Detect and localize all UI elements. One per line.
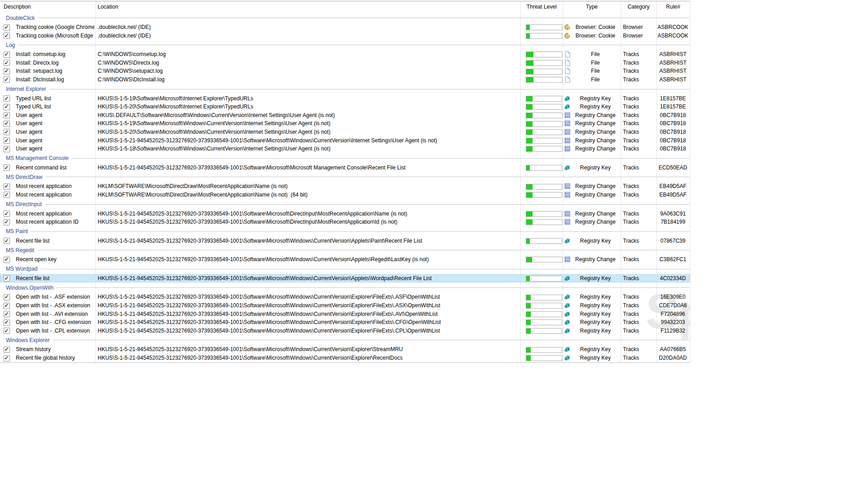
- threat-level-fill: [526, 356, 531, 361]
- column-header-category[interactable]: Category: [621, 1, 656, 13]
- row-checkbox[interactable]: [4, 137, 10, 144]
- table-row[interactable]: Open with list - .CPL extensionHKUS\S-1-…: [0, 327, 690, 335]
- table-row[interactable]: Install: comsetup.logC:\WINDOWS\comsetup…: [0, 50, 690, 59]
- row-rule: D20DA0AD: [656, 354, 689, 362]
- section-header-label: MS Paint: [6, 228, 28, 235]
- file-icon: [564, 51, 571, 57]
- row-checkbox[interactable]: [4, 303, 10, 309]
- row-checkbox[interactable]: [4, 319, 10, 326]
- row-checkbox[interactable]: [4, 183, 10, 190]
- row-category: Browser: [623, 32, 656, 40]
- row-description: User agent: [16, 145, 94, 153]
- table-row[interactable]: Open with list - .ASF extensionHKUS\S-1-…: [0, 293, 690, 301]
- table-row[interactable]: Recent file listHKUS\S-1-5-21-945452025-…: [0, 237, 690, 245]
- column-header-description[interactable]: Description: [4, 1, 31, 13]
- row-checkbox[interactable]: [4, 104, 10, 110]
- row-checkbox[interactable]: [4, 24, 10, 31]
- row-checkbox[interactable]: [4, 311, 10, 317]
- section-header-rule-line: [38, 18, 689, 18]
- row-checkbox[interactable]: [4, 347, 10, 353]
- table-row[interactable]: Tracking cookie (Google Chrome (112.0.5……: [0, 23, 690, 32]
- table-row[interactable]: Most recent applicationHKLM\SOFTWARE\Mic…: [0, 191, 690, 199]
- row-checkbox[interactable]: [4, 219, 10, 225]
- registry-change-icon: [564, 137, 571, 144]
- row-checkbox[interactable]: [4, 112, 10, 118]
- table-row[interactable]: Recent file listHKUS\S-1-5-21-945452025-…: [0, 274, 690, 283]
- section-header: MS Paint: [0, 226, 690, 237]
- row-checkbox[interactable]: [4, 33, 10, 39]
- table-row[interactable]: Most recent applicationHKLM\SOFTWARE\Mic…: [0, 182, 690, 191]
- row-location: HKUS\S-1-5-21-945452025-3123276920-37393…: [98, 237, 519, 245]
- column-header-rule[interactable]: Rule#: [656, 1, 690, 13]
- row-checkbox[interactable]: [4, 76, 10, 83]
- threat-level-bar: [526, 257, 562, 263]
- row-type: Registry Change: [571, 218, 620, 226]
- row-checkbox[interactable]: [4, 60, 10, 66]
- column-header-type[interactable]: Type: [563, 1, 621, 13]
- row-type: Registry Key: [571, 354, 620, 362]
- table-row[interactable]: User agentHKUS\S-1-5-21-945452025-312327…: [0, 136, 690, 145]
- table-row[interactable]: Recent command listHKUS\S-1-5-21-9454520…: [0, 164, 690, 172]
- row-checkbox[interactable]: [4, 257, 10, 263]
- row-checkbox[interactable]: [4, 52, 10, 58]
- threat-level-bar: [526, 33, 562, 39]
- table-row[interactable]: Most recent applicationHKUS\S-1-5-21-945…: [0, 210, 690, 218]
- table-row[interactable]: Tracking cookie (Microsoft Edge (112.0.1…: [0, 32, 690, 40]
- threat-level-fill: [526, 122, 533, 127]
- table-row[interactable]: Install: DtcInstall.logC:\WINDOWS\DtcIns…: [0, 75, 690, 84]
- table-row[interactable]: User agentHKUS\.DEFAULT\Software\Microso…: [0, 111, 690, 120]
- row-checkbox[interactable]: [4, 129, 10, 135]
- table-row[interactable]: Typed URL listHKUS\S-1-5-19\Software\Mic…: [0, 94, 690, 103]
- threat-level-bar: [526, 77, 562, 83]
- row-checkbox[interactable]: [4, 192, 10, 198]
- threat-level-fill: [526, 303, 531, 308]
- row-checkbox[interactable]: [4, 211, 10, 217]
- row-checkbox[interactable]: [4, 355, 10, 361]
- threat-level-fill: [526, 165, 530, 170]
- threat-level-bar: [526, 192, 562, 198]
- table-row[interactable]: Recent open keyHKUS\S-1-5-21-945452025-3…: [0, 255, 690, 264]
- row-checkbox[interactable]: [4, 121, 10, 127]
- threat-level-fill: [526, 220, 533, 225]
- row-type: Registry Change: [571, 182, 620, 191]
- section-header-rule-line: [72, 158, 689, 159]
- table-row[interactable]: Open with list - .AVI extensionHKUS\S-1-…: [0, 310, 690, 319]
- row-checkbox[interactable]: [4, 238, 10, 244]
- row-checkbox[interactable]: [4, 328, 10, 334]
- row-checkbox[interactable]: [4, 146, 10, 152]
- table-row[interactable]: Open with list - .ASX extensionHKUS\S-1-…: [0, 301, 690, 310]
- table-row[interactable]: Stream historyHKUS\S-1-5-21-945452025-31…: [0, 345, 690, 354]
- row-rule: ASBRCOOK: [656, 23, 689, 32]
- row-checkbox[interactable]: [4, 164, 10, 171]
- column-header-location[interactable]: Location: [98, 1, 118, 13]
- row-rule: CDE7D0A6: [656, 301, 689, 310]
- table-row[interactable]: User agentHKUS\S-1-5-19\Software\Microso…: [0, 119, 690, 128]
- row-category: Tracks: [623, 164, 656, 172]
- row-rule: F1129B32: [656, 327, 689, 335]
- table-row[interactable]: Most recent application IDHKUS\S-1-5-21-…: [0, 218, 690, 226]
- row-location: HKUS\S-1-5-21-945452025-3123276920-37393…: [98, 136, 519, 145]
- row-description: Recent file global history: [16, 354, 94, 362]
- row-rule: 1E8157BE: [656, 94, 689, 103]
- row-checkbox[interactable]: [4, 95, 10, 102]
- column-header-threat-level[interactable]: Threat Level: [520, 1, 563, 13]
- table-row[interactable]: User agentHKUS\S-1-5-20\Software\Microso…: [0, 128, 690, 136]
- threat-level-fill: [526, 33, 530, 38]
- row-type: Registry Key: [571, 327, 620, 335]
- row-category: Tracks: [623, 94, 656, 103]
- table-row[interactable]: Install: setupact.logC:\WINDOWS\setupact…: [0, 67, 690, 75]
- threat-level-fill: [526, 312, 531, 317]
- table-row[interactable]: User agentHKUS\S-1-5-18\Software\Microso…: [0, 145, 690, 153]
- row-category: Tracks: [623, 345, 656, 354]
- table-row[interactable]: Typed URL listHKUS\S-1-5-20\Software\Mic…: [0, 103, 690, 111]
- row-checkbox[interactable]: [4, 68, 10, 75]
- table-row[interactable]: Open with list - .CFG extensionHKUS\S-1-…: [0, 318, 690, 327]
- row-location: HKUS\S-1-5-21-945452025-3123276920-37393…: [98, 310, 519, 319]
- row-type: Browser: Cookie: [571, 23, 620, 32]
- row-checkbox[interactable]: [4, 275, 10, 282]
- table-row[interactable]: Recent file global historyHKUS\S-1-5-21-…: [0, 354, 690, 362]
- section-header-label: MS Wordpad: [6, 266, 38, 272]
- table-row[interactable]: Install: Directx.logC:\WINDOWS\Directx.l…: [0, 59, 690, 67]
- row-checkbox[interactable]: [4, 294, 10, 300]
- row-category: Tracks: [623, 136, 656, 145]
